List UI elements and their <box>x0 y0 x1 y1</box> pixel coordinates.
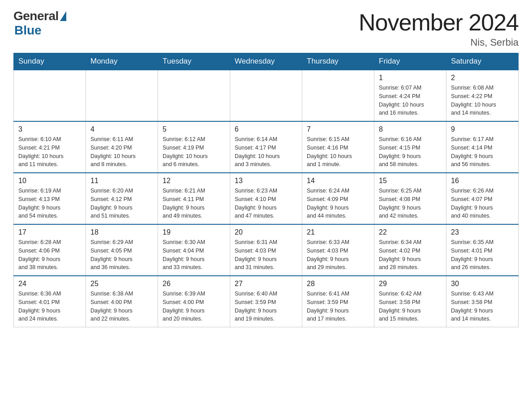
day-info: Sunrise: 6:16 AM Sunset: 4:15 PM Dayligh… <box>379 135 442 169</box>
day-info: Sunrise: 6:35 AM Sunset: 4:01 PM Dayligh… <box>451 238 514 272</box>
day-number: 26 <box>163 280 225 288</box>
day-number: 4 <box>90 125 153 133</box>
day-info: Sunrise: 6:30 AM Sunset: 4:04 PM Dayligh… <box>163 238 225 272</box>
day-info: Sunrise: 6:25 AM Sunset: 4:08 PM Dayligh… <box>379 187 442 220</box>
calendar-table: SundayMondayTuesdayWednesdayThursdayFrid… <box>13 53 519 327</box>
calendar-header-row: SundayMondayTuesdayWednesdayThursdayFrid… <box>14 53 519 70</box>
day-number: 11 <box>90 177 153 185</box>
day-number: 14 <box>307 177 369 185</box>
day-number: 21 <box>307 228 369 236</box>
calendar-header-thursday: Thursday <box>302 53 374 70</box>
logo-blue-text: Blue <box>14 23 42 38</box>
day-info: Sunrise: 6:12 AM Sunset: 4:19 PM Dayligh… <box>163 135 225 169</box>
calendar-cell: 16Sunrise: 6:26 AM Sunset: 4:07 PM Dayli… <box>446 173 519 224</box>
calendar-cell: 3Sunrise: 6:10 AM Sunset: 4:21 PM Daylig… <box>14 121 86 173</box>
day-number: 6 <box>235 125 297 133</box>
day-info: Sunrise: 6:29 AM Sunset: 4:05 PM Dayligh… <box>90 238 153 272</box>
day-info: Sunrise: 6:39 AM Sunset: 4:00 PM Dayligh… <box>163 290 225 323</box>
calendar-cell: 19Sunrise: 6:30 AM Sunset: 4:04 PM Dayli… <box>158 224 230 276</box>
calendar-cell <box>14 70 86 121</box>
day-info: Sunrise: 6:42 AM Sunset: 3:58 PM Dayligh… <box>379 290 442 323</box>
day-info: Sunrise: 6:10 AM Sunset: 4:21 PM Dayligh… <box>18 135 81 169</box>
calendar-cell <box>302 70 374 121</box>
calendar-header-saturday: Saturday <box>446 53 519 70</box>
day-info: Sunrise: 6:28 AM Sunset: 4:06 PM Dayligh… <box>18 238 81 272</box>
calendar-cell: 28Sunrise: 6:41 AM Sunset: 3:59 PM Dayli… <box>302 276 374 327</box>
calendar-cell: 21Sunrise: 6:33 AM Sunset: 4:03 PM Dayli… <box>302 224 374 276</box>
page-header: General Blue November 2024 Nis, Serbia <box>13 9 519 48</box>
logo-general-text: General <box>13 9 59 23</box>
day-info: Sunrise: 6:36 AM Sunset: 4:01 PM Dayligh… <box>18 290 81 323</box>
day-info: Sunrise: 6:43 AM Sunset: 3:58 PM Dayligh… <box>451 290 514 323</box>
day-info: Sunrise: 6:33 AM Sunset: 4:03 PM Dayligh… <box>307 238 369 272</box>
month-title: November 2024 <box>359 9 519 36</box>
calendar-cell: 1Sunrise: 6:07 AM Sunset: 4:24 PM Daylig… <box>374 70 446 121</box>
day-info: Sunrise: 6:19 AM Sunset: 4:13 PM Dayligh… <box>18 187 81 220</box>
day-number: 20 <box>235 228 297 236</box>
day-number: 2 <box>451 74 514 82</box>
calendar-header-tuesday: Tuesday <box>158 53 230 70</box>
location: Nis, Serbia <box>359 37 519 48</box>
day-number: 3 <box>18 125 81 133</box>
day-info: Sunrise: 6:23 AM Sunset: 4:10 PM Dayligh… <box>235 187 297 220</box>
calendar-cell: 26Sunrise: 6:39 AM Sunset: 4:00 PM Dayli… <box>158 276 230 327</box>
calendar-cell: 18Sunrise: 6:29 AM Sunset: 4:05 PM Dayli… <box>86 224 158 276</box>
day-info: Sunrise: 6:11 AM Sunset: 4:20 PM Dayligh… <box>90 135 153 169</box>
day-number: 13 <box>235 177 297 185</box>
day-number: 29 <box>379 280 442 288</box>
day-number: 22 <box>379 228 442 236</box>
day-number: 19 <box>163 228 225 236</box>
calendar-cell: 7Sunrise: 6:15 AM Sunset: 4:16 PM Daylig… <box>302 121 374 173</box>
day-number: 10 <box>18 177 81 185</box>
calendar-cell: 5Sunrise: 6:12 AM Sunset: 4:19 PM Daylig… <box>158 121 230 173</box>
calendar-cell: 8Sunrise: 6:16 AM Sunset: 4:15 PM Daylig… <box>374 121 446 173</box>
day-info: Sunrise: 6:17 AM Sunset: 4:14 PM Dayligh… <box>451 135 514 169</box>
calendar-cell: 4Sunrise: 6:11 AM Sunset: 4:20 PM Daylig… <box>86 121 158 173</box>
day-number: 7 <box>307 125 369 133</box>
calendar-cell <box>230 70 302 121</box>
calendar-cell <box>158 70 230 121</box>
calendar-cell: 11Sunrise: 6:20 AM Sunset: 4:12 PM Dayli… <box>86 173 158 224</box>
calendar-cell: 15Sunrise: 6:25 AM Sunset: 4:08 PM Dayli… <box>374 173 446 224</box>
calendar-header-monday: Monday <box>86 53 158 70</box>
calendar-cell: 30Sunrise: 6:43 AM Sunset: 3:58 PM Dayli… <box>446 276 519 327</box>
day-number: 24 <box>18 280 81 288</box>
day-info: Sunrise: 6:31 AM Sunset: 4:03 PM Dayligh… <box>235 238 297 272</box>
day-info: Sunrise: 6:34 AM Sunset: 4:02 PM Dayligh… <box>379 238 442 272</box>
calendar-cell: 24Sunrise: 6:36 AM Sunset: 4:01 PM Dayli… <box>14 276 86 327</box>
day-info: Sunrise: 6:40 AM Sunset: 3:59 PM Dayligh… <box>235 290 297 323</box>
calendar-cell: 23Sunrise: 6:35 AM Sunset: 4:01 PM Dayli… <box>446 224 519 276</box>
day-info: Sunrise: 6:21 AM Sunset: 4:11 PM Dayligh… <box>163 187 225 220</box>
calendar-cell: 27Sunrise: 6:40 AM Sunset: 3:59 PM Dayli… <box>230 276 302 327</box>
day-number: 5 <box>163 125 225 133</box>
calendar-header-friday: Friday <box>374 53 446 70</box>
calendar-cell: 20Sunrise: 6:31 AM Sunset: 4:03 PM Dayli… <box>230 224 302 276</box>
day-number: 28 <box>307 280 369 288</box>
day-number: 27 <box>235 280 297 288</box>
day-info: Sunrise: 6:24 AM Sunset: 4:09 PM Dayligh… <box>307 187 369 220</box>
day-info: Sunrise: 6:26 AM Sunset: 4:07 PM Dayligh… <box>451 187 514 220</box>
calendar-week-row: 10Sunrise: 6:19 AM Sunset: 4:13 PM Dayli… <box>14 173 519 224</box>
title-area: November 2024 Nis, Serbia <box>359 9 519 48</box>
calendar-header-wednesday: Wednesday <box>230 53 302 70</box>
day-number: 1 <box>379 74 442 82</box>
calendar-cell: 2Sunrise: 6:08 AM Sunset: 4:22 PM Daylig… <box>446 70 519 121</box>
calendar-week-row: 24Sunrise: 6:36 AM Sunset: 4:01 PM Dayli… <box>14 276 519 327</box>
calendar-cell: 29Sunrise: 6:42 AM Sunset: 3:58 PM Dayli… <box>374 276 446 327</box>
calendar-cell: 17Sunrise: 6:28 AM Sunset: 4:06 PM Dayli… <box>14 224 86 276</box>
day-number: 30 <box>451 280 514 288</box>
day-info: Sunrise: 6:07 AM Sunset: 4:24 PM Dayligh… <box>379 84 442 117</box>
calendar-cell: 6Sunrise: 6:14 AM Sunset: 4:17 PM Daylig… <box>230 121 302 173</box>
calendar-cell: 9Sunrise: 6:17 AM Sunset: 4:14 PM Daylig… <box>446 121 519 173</box>
day-info: Sunrise: 6:15 AM Sunset: 4:16 PM Dayligh… <box>307 135 369 169</box>
day-number: 16 <box>451 177 514 185</box>
day-info: Sunrise: 6:20 AM Sunset: 4:12 PM Dayligh… <box>90 187 153 220</box>
calendar-cell: 22Sunrise: 6:34 AM Sunset: 4:02 PM Dayli… <box>374 224 446 276</box>
calendar-cell: 12Sunrise: 6:21 AM Sunset: 4:11 PM Dayli… <box>158 173 230 224</box>
day-number: 12 <box>163 177 225 185</box>
calendar-cell: 10Sunrise: 6:19 AM Sunset: 4:13 PM Dayli… <box>14 173 86 224</box>
day-info: Sunrise: 6:41 AM Sunset: 3:59 PM Dayligh… <box>307 290 369 323</box>
day-number: 8 <box>379 125 442 133</box>
day-number: 18 <box>90 228 153 236</box>
day-number: 25 <box>90 280 153 288</box>
